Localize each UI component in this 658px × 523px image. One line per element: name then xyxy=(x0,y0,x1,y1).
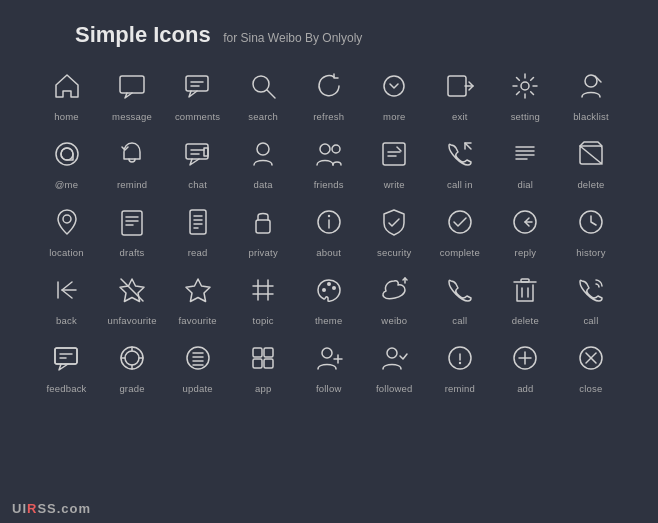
delete-label: delete xyxy=(577,179,604,190)
svg-line-30 xyxy=(580,146,602,164)
remind2-label: remind xyxy=(445,383,475,394)
svg-point-13 xyxy=(56,143,78,165)
complete-icon xyxy=(440,202,480,242)
svg-rect-1 xyxy=(186,76,208,91)
unfavourite-label: unfavourite xyxy=(107,315,156,326)
icon-remind: remind xyxy=(100,126,165,194)
svg-rect-64 xyxy=(55,348,77,364)
icon-delete2: delete xyxy=(493,262,558,330)
location-label: location xyxy=(49,247,83,258)
topic-icon xyxy=(243,270,283,310)
icon-remind2: remind xyxy=(427,330,492,398)
icon-refresh: refresh xyxy=(296,58,361,126)
atme-icon xyxy=(47,134,87,174)
svg-point-18 xyxy=(257,143,269,155)
close-label: close xyxy=(579,383,602,394)
privacy-label: privaty xyxy=(248,247,277,258)
svg-rect-76 xyxy=(253,359,262,368)
complete-label: complete xyxy=(440,247,480,258)
icon-home: home xyxy=(34,58,99,126)
friends-icon xyxy=(309,134,349,174)
drafts-icon xyxy=(112,202,152,242)
remind2-icon xyxy=(440,338,480,378)
chat-label: chat xyxy=(188,179,207,190)
icon-atme: @me xyxy=(34,126,99,194)
privacy-icon xyxy=(243,202,283,242)
dial-icon xyxy=(505,134,545,174)
svg-point-84 xyxy=(459,362,461,364)
svg-point-31 xyxy=(63,215,71,223)
svg-rect-63 xyxy=(55,348,77,364)
icon-reply: reply xyxy=(493,194,558,262)
icon-call: call xyxy=(427,262,492,330)
icon-location: location xyxy=(34,194,99,262)
svg-point-44 xyxy=(328,215,330,217)
icon-followed: followed xyxy=(362,330,427,398)
grade-label: grade xyxy=(119,383,144,394)
call2-icon xyxy=(571,270,611,310)
back-icon xyxy=(47,270,87,310)
icon-exit: exit xyxy=(427,58,492,126)
remind-icon xyxy=(112,134,152,174)
title-area: Simple Icons for Sina Weibo By Onlyoly xyxy=(0,0,658,58)
search-label: search xyxy=(248,111,278,122)
search-icon xyxy=(243,66,283,106)
footer: UIRSS.com xyxy=(0,499,658,517)
svg-point-19 xyxy=(320,144,330,154)
more-label: more xyxy=(383,111,405,122)
callin-icon xyxy=(440,134,480,174)
history-icon xyxy=(571,202,611,242)
svg-rect-77 xyxy=(264,359,273,368)
call-icon xyxy=(440,270,480,310)
add-icon xyxy=(505,338,545,378)
weibo-icon xyxy=(374,270,414,310)
feedback-icon xyxy=(47,338,87,378)
svg-point-59 xyxy=(332,286,336,290)
icon-grade: grade xyxy=(100,330,165,398)
icon-callin: call in xyxy=(427,126,492,194)
location-icon xyxy=(47,202,87,242)
svg-rect-74 xyxy=(253,348,262,357)
svg-rect-32 xyxy=(122,211,142,235)
comments-icon xyxy=(178,66,218,106)
exit-icon xyxy=(440,66,480,106)
svg-rect-75 xyxy=(264,348,273,357)
history-label: history xyxy=(576,247,605,258)
grade-icon xyxy=(112,338,152,378)
home-icon xyxy=(47,66,87,106)
reply-icon xyxy=(505,202,545,242)
setting-label: setting xyxy=(511,111,540,122)
favourite-label: favourite xyxy=(178,315,216,326)
icon-call2: call xyxy=(558,262,623,330)
page-title: Simple Icons xyxy=(75,22,211,47)
security-label: security xyxy=(377,247,411,258)
call-label: call xyxy=(452,315,467,326)
followed-label: followed xyxy=(376,383,412,394)
icon-complete: complete xyxy=(427,194,492,262)
write-label: write xyxy=(384,179,405,190)
about-label: about xyxy=(316,247,341,258)
security-icon xyxy=(374,202,414,242)
blacklist-label: blacklist xyxy=(573,111,609,122)
svg-rect-41 xyxy=(256,220,270,233)
message-label: message xyxy=(112,111,152,122)
delete-icon xyxy=(571,134,611,174)
app-icon xyxy=(243,338,283,378)
icon-drafts: drafts xyxy=(100,194,165,262)
svg-point-6 xyxy=(384,76,404,96)
svg-marker-52 xyxy=(186,279,210,302)
refresh-icon xyxy=(309,66,349,106)
callin-label: call in xyxy=(447,179,473,190)
add-label: add xyxy=(517,383,533,394)
read-icon xyxy=(178,202,218,242)
icon-write: write xyxy=(362,126,427,194)
icon-topic: topic xyxy=(231,262,296,330)
icon-delete: delete xyxy=(558,126,623,194)
svg-point-78 xyxy=(322,348,332,358)
icon-read: read xyxy=(165,194,230,262)
update-label: update xyxy=(182,383,212,394)
footer-text: UIRSS.com xyxy=(12,501,91,516)
write-icon xyxy=(374,134,414,174)
svg-marker-17 xyxy=(204,148,208,156)
icon-unfavourite: unfavourite xyxy=(100,262,165,330)
